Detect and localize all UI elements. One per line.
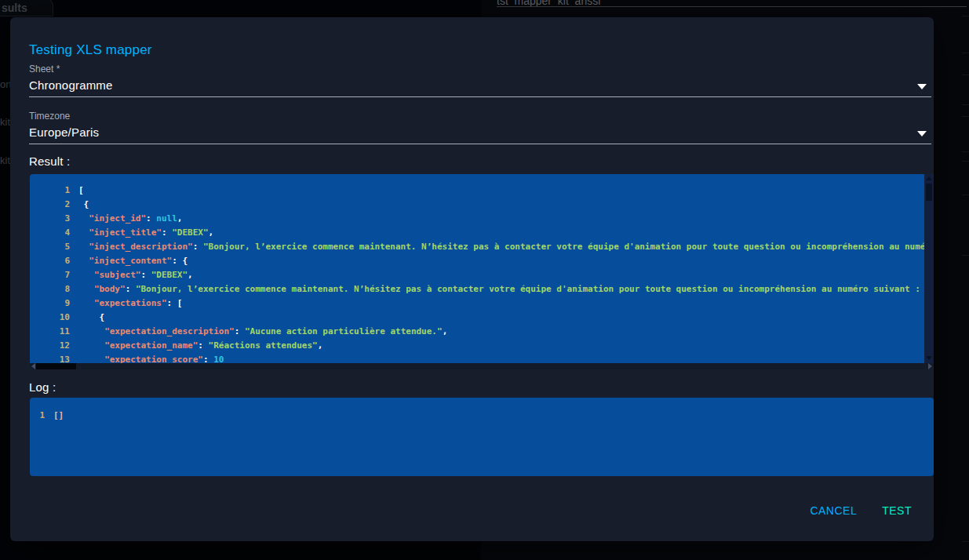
- code-text: "inject_title": "DEBEX",: [70, 226, 213, 240]
- dialog-title: Testing XLS mapper: [29, 42, 152, 58]
- line-number: 1: [30, 409, 45, 423]
- code-line: 4 "inject_title": "DEBEX",: [30, 226, 924, 240]
- code-text: "subject": "DEBEX",: [70, 268, 193, 282]
- code-text: "inject_content": {: [70, 254, 188, 268]
- code-line: 2 {: [30, 198, 924, 212]
- log-editor-content[interactable]: 1[]: [30, 398, 934, 476]
- scroll-left-arrow-icon[interactable]: [31, 363, 35, 369]
- scroll-down-arrow-icon[interactable]: [926, 356, 932, 360]
- line-number: 5: [30, 240, 70, 254]
- code-line: 13 "expectation_score": 10: [30, 353, 924, 363]
- code-line: 11 "expectation_description": "Aucune ac…: [30, 325, 924, 339]
- code-line: 10 {: [30, 311, 924, 325]
- line-number: 10: [30, 311, 70, 325]
- line-number: 11: [30, 325, 70, 339]
- code-text: "expectation_score": 10: [70, 353, 224, 363]
- timezone-field-label: Timezone: [29, 111, 70, 122]
- horizontal-scrollbar-thumb[interactable]: [36, 363, 76, 369]
- line-number: 4: [30, 226, 70, 240]
- line-number: 9: [30, 296, 70, 311]
- code-line: 12 "expectation_name": "Réactions attend…: [30, 339, 924, 353]
- testing-xls-mapper-dialog: Testing XLS mapper Sheet * Chronogramme …: [10, 17, 934, 541]
- dialog-actions: CANCEL TEST: [802, 498, 920, 523]
- result-editor-content[interactable]: 1[2 {3 "inject_id": null,4 "inject_title…: [30, 174, 924, 363]
- code-text: [: [70, 184, 84, 198]
- line-number: 3: [30, 212, 70, 226]
- page: sults ort kit_ kit_ tst_mapper_kit_anssi…: [0, 0, 969, 560]
- code-line: 8 "body": "Bonjour, l’exercice commence …: [30, 282, 924, 296]
- code-text: "inject_id": null,: [70, 212, 182, 226]
- scroll-up-arrow-icon[interactable]: [926, 176, 932, 180]
- sheet-field-label: Sheet *: [29, 64, 60, 75]
- log-section-label: Log :: [29, 380, 56, 394]
- line-number: 13: [30, 353, 70, 363]
- chevron-down-icon[interactable]: [917, 131, 927, 136]
- timezone-select[interactable]: Europe/Paris: [29, 125, 99, 139]
- code-text: "inject_description": "Bonjour, l’exerci…: [70, 240, 924, 254]
- code-line: 1[: [30, 184, 924, 198]
- test-button[interactable]: TEST: [874, 498, 920, 523]
- line-number: 6: [30, 254, 70, 268]
- line-number: 8: [30, 282, 70, 296]
- vertical-scrollbar-thumb[interactable]: [926, 184, 932, 201]
- code-text: "expectation_description": "Aucune actio…: [70, 325, 447, 339]
- chevron-down-icon[interactable]: [917, 84, 927, 89]
- line-number: 7: [30, 268, 70, 282]
- code-line: 1[]: [30, 409, 934, 423]
- sheet-select-underline: [29, 96, 931, 97]
- vertical-scrollbar[interactable]: [924, 174, 934, 363]
- line-number: 12: [30, 339, 70, 353]
- code-text: {: [70, 311, 104, 325]
- code-line: 3 "inject_id": null,: [30, 212, 924, 226]
- result-section-label: Result :: [29, 155, 70, 168]
- sheet-select[interactable]: Chronogramme: [29, 78, 113, 92]
- code-text: "body": "Bonjour, l’exercice commence ma…: [70, 282, 924, 296]
- scroll-right-arrow-icon[interactable]: [928, 363, 932, 369]
- code-text: "expectation_name": "Réactions attendues…: [70, 339, 322, 353]
- result-code-editor[interactable]: 1[2 {3 "inject_id": null,4 "inject_title…: [30, 174, 934, 369]
- line-number: 1: [30, 184, 70, 198]
- code-text: "expectations": [: [70, 296, 182, 311]
- horizontal-scrollbar[interactable]: [30, 363, 934, 369]
- cancel-button[interactable]: CANCEL: [802, 498, 865, 523]
- code-line: 6 "inject_content": {: [30, 254, 924, 268]
- code-line: 9 "expectations": [: [30, 296, 924, 311]
- log-code-editor[interactable]: 1[]: [30, 398, 934, 476]
- code-line: 5 "inject_description": "Bonjour, l’exer…: [30, 240, 924, 254]
- code-line: 7 "subject": "DEBEX",: [30, 268, 924, 282]
- code-text: {: [70, 198, 89, 212]
- timezone-select-underline: [29, 144, 931, 144]
- line-number: 2: [30, 198, 70, 212]
- code-text: []: [45, 409, 64, 423]
